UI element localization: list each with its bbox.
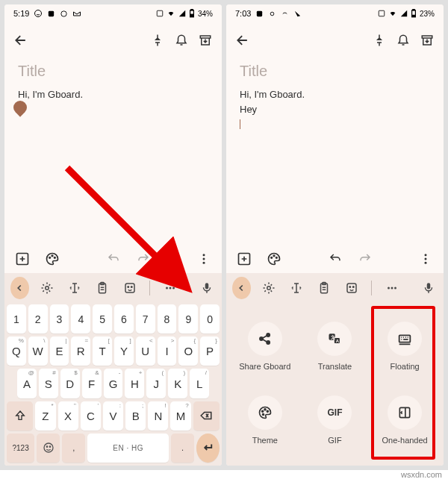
add-box-button[interactable]	[235, 250, 253, 268]
key-4[interactable]: 4	[71, 304, 90, 334]
key-9[interactable]: 9	[178, 304, 198, 334]
note-editor[interactable]: Title Hi, I'm Gboard. Hey	[226, 58, 444, 243]
key-d[interactable]: $D	[60, 369, 80, 398]
undo-button[interactable]	[326, 250, 344, 268]
emoji-key[interactable]	[37, 434, 60, 463]
key-5[interactable]: 5	[93, 304, 112, 334]
mic-icon[interactable]	[197, 277, 216, 299]
palette-button[interactable]	[265, 250, 283, 268]
menu-share-gboard[interactable]: Share Gboard	[231, 310, 299, 381]
more-button[interactable]	[195, 250, 213, 268]
settings-icon[interactable]	[38, 277, 57, 299]
backspace-key[interactable]	[193, 401, 220, 431]
reminder-button[interactable]	[172, 31, 190, 49]
key-o[interactable]: {O	[178, 337, 198, 366]
key-s[interactable]: #S	[39, 369, 58, 398]
key-u[interactable]: <U	[136, 337, 155, 366]
symbol-key[interactable]: ?123	[7, 434, 34, 463]
add-box-button[interactable]	[13, 250, 31, 268]
key-l[interactable]: /L	[190, 369, 209, 398]
key-g[interactable]: -G	[104, 369, 123, 398]
whatsapp-icon	[34, 9, 43, 18]
text-select-icon[interactable]	[287, 277, 306, 299]
key-x[interactable]: "X	[58, 401, 78, 431]
svg-point-46	[349, 287, 351, 288]
key-w[interactable]: \W	[28, 337, 48, 366]
key-p[interactable]: }P	[200, 337, 220, 366]
more-icon[interactable]	[382, 277, 401, 299]
menu-floating[interactable]: Floating	[370, 310, 439, 381]
comma-key[interactable]: ,	[62, 434, 85, 463]
text-cursor	[240, 119, 240, 129]
key-h[interactable]: +H	[125, 369, 144, 398]
key-7[interactable]: 7	[136, 304, 155, 334]
key-m[interactable]: ?M	[170, 401, 190, 431]
menu-theme[interactable]: Theme	[231, 384, 299, 455]
svg-point-48	[388, 287, 390, 289]
signal-icon	[400, 10, 408, 17]
key-8[interactable]: 8	[158, 304, 177, 334]
note-body[interactable]: Hi, I'm Gboard. Hey	[240, 87, 430, 131]
archive-button[interactable]	[418, 31, 436, 49]
shift-key[interactable]	[7, 401, 33, 431]
title-input[interactable]: Title	[18, 63, 208, 80]
space-key[interactable]: EN · HG	[87, 434, 169, 463]
period-key[interactable]: .	[171, 434, 194, 463]
note-editor[interactable]: Title Hi, I'm Gboard.	[4, 58, 222, 243]
key-e[interactable]: |E	[50, 337, 69, 366]
key-t[interactable]: [T	[93, 337, 112, 366]
clipboard-icon[interactable]	[315, 277, 334, 299]
reminder-button[interactable]	[394, 31, 412, 49]
settings-icon[interactable]	[260, 277, 279, 299]
key-i[interactable]: >I	[158, 337, 177, 366]
svg-point-63	[262, 413, 264, 415]
key-j[interactable]: (J	[146, 369, 166, 398]
menu-one-handed[interactable]: One-handed	[370, 384, 439, 455]
back-button[interactable]	[234, 31, 252, 49]
title-input[interactable]: Title	[240, 63, 430, 80]
key-1[interactable]: 1	[7, 304, 26, 334]
undo-button[interactable]	[105, 250, 122, 268]
svg-point-36	[271, 257, 273, 258]
archive-button[interactable]	[196, 31, 214, 49]
key-y[interactable]: ]Y	[114, 337, 134, 366]
mic-icon[interactable]	[419, 277, 438, 299]
key-0[interactable]: 0	[200, 304, 220, 334]
collapse-toolbar-button[interactable]	[10, 277, 29, 299]
svg-point-10	[52, 255, 53, 257]
pin-button[interactable]	[149, 31, 167, 49]
clipboard-icon[interactable]	[93, 277, 112, 299]
key-2[interactable]: 2	[28, 304, 48, 334]
key-k[interactable]: )K	[168, 369, 187, 398]
key-f[interactable]: &F	[82, 369, 102, 398]
back-button[interactable]	[12, 31, 30, 49]
menu-gif[interactable]: GIF GIF	[301, 384, 370, 455]
key-c[interactable]: 'C	[81, 401, 101, 431]
key-b[interactable]: ;B	[125, 401, 146, 431]
svg-point-40	[425, 257, 427, 260]
text-select-icon[interactable]	[66, 277, 84, 299]
menu-translate[interactable]: 文A Translate	[301, 310, 370, 381]
key-6[interactable]: 6	[114, 304, 134, 334]
key-v[interactable]: :V	[103, 401, 123, 431]
sticker-icon[interactable]	[121, 277, 140, 299]
redo-button[interactable]	[356, 250, 374, 268]
more-icon[interactable]	[161, 277, 179, 299]
qwerty-row-3: *Z "X 'C :V ;B !N ?M	[7, 401, 220, 431]
collapse-toolbar-button[interactable]	[232, 277, 251, 299]
key-n[interactable]: !N	[148, 401, 168, 431]
key-3[interactable]: 3	[50, 304, 69, 334]
palette-button[interactable]	[43, 250, 61, 268]
key-r[interactable]: =R	[71, 337, 90, 366]
note-body[interactable]: Hi, I'm Gboard.	[18, 87, 208, 102]
key-q[interactable]: %Q	[7, 337, 26, 366]
redo-button[interactable]	[134, 250, 152, 268]
key-z[interactable]: *Z	[35, 401, 55, 431]
watermark: wsxdn.com	[401, 470, 442, 479]
svg-point-21	[166, 287, 168, 289]
more-button[interactable]	[417, 250, 435, 268]
sticker-icon[interactable]	[343, 277, 361, 299]
pin-button[interactable]	[370, 31, 388, 49]
key-a[interactable]: @A	[17, 369, 37, 398]
enter-key[interactable]	[196, 434, 220, 463]
